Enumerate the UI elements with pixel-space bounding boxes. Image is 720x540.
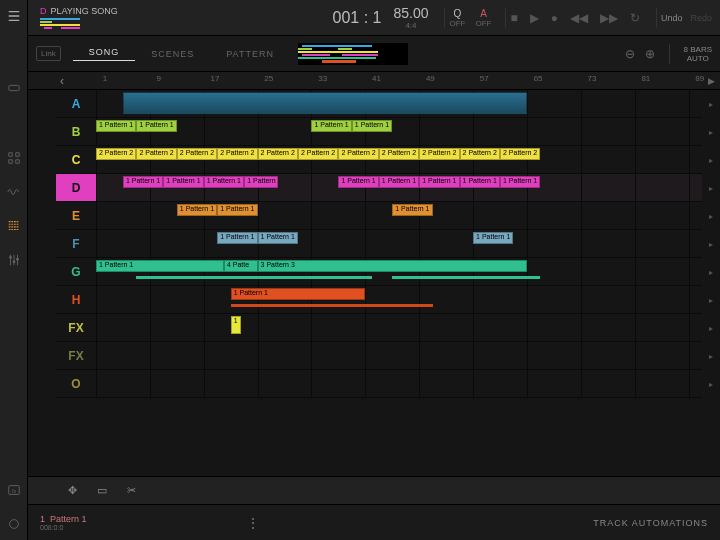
track-expand-icon[interactable]: ▸: [702, 174, 720, 202]
scissors-tool-icon[interactable]: ✂: [127, 484, 136, 497]
track-label-H[interactable]: H: [56, 286, 96, 314]
pattern-clip[interactable]: 2 Pattern 2: [177, 148, 217, 160]
tab-pattern[interactable]: PATTERN: [210, 49, 290, 59]
tempo[interactable]: 85.00 4:4: [393, 5, 428, 30]
pattern-clip[interactable]: 1 Pattern 1: [204, 176, 244, 188]
pattern-clip[interactable]: 1 Pattern 1: [258, 232, 298, 244]
pattern-clip[interactable]: 2 Pattern 2: [217, 148, 257, 160]
zoom-in-icon[interactable]: ⊕: [645, 47, 655, 61]
track-expand-icon[interactable]: ▸: [702, 370, 720, 398]
pattern-clip[interactable]: 1 Pattern 1: [392, 204, 432, 216]
track-row[interactable]: 1 Pattern 11 Pattern 11 Pattern 1: [96, 202, 702, 230]
sliders-icon[interactable]: [6, 252, 22, 268]
pattern-clip[interactable]: 1 Pattern 1: [338, 176, 378, 188]
pattern-clip[interactable]: 1 Pattern 1: [352, 120, 392, 132]
loop-button[interactable]: ↻: [630, 11, 640, 25]
track-automations-button[interactable]: TRACK AUTOMATIONS: [593, 518, 708, 528]
stop-button[interactable]: ■: [510, 11, 517, 25]
pattern-clip[interactable]: 1 Pattern 1: [163, 176, 203, 188]
scroll-left-button[interactable]: ‹: [28, 72, 96, 89]
track-row[interactable]: 2 Pattern 22 Pattern 22 Pattern 22 Patte…: [96, 146, 702, 174]
pattern-clip[interactable]: 1 Pattern 1: [419, 176, 459, 188]
track-row[interactable]: 1: [96, 314, 702, 342]
track-label-FX[interactable]: FX: [56, 342, 96, 370]
rewind-button[interactable]: ◀◀: [570, 11, 588, 25]
track-label-D[interactable]: D: [56, 174, 96, 202]
track-row[interactable]: 1 Pattern 11 Pattern 11 Pattern 1: [96, 230, 702, 258]
track-label-O[interactable]: O: [56, 370, 96, 398]
pattern-clip[interactable]: 2 Pattern 2: [338, 148, 378, 160]
marquee-tool-icon[interactable]: ▭: [97, 484, 107, 497]
track-expand-icon[interactable]: ▸: [702, 118, 720, 146]
pattern-clip[interactable]: 1 Pattern 1: [217, 204, 257, 216]
track-label-C[interactable]: C: [56, 146, 96, 174]
pattern-clip[interactable]: 1 Pattern 1: [500, 176, 540, 188]
pattern-clip[interactable]: 2 Pattern 2: [419, 148, 459, 160]
redo-button[interactable]: Redo: [690, 13, 712, 23]
pattern-clip[interactable]: 3 Pattern 3: [258, 260, 527, 272]
track-expand-icon[interactable]: ▸: [702, 342, 720, 370]
zoom-out-icon[interactable]: ⊖: [625, 47, 635, 61]
fx-icon[interactable]: fx: [6, 482, 22, 498]
track-expand-icon[interactable]: ▸: [702, 90, 720, 118]
track-row[interactable]: [96, 370, 702, 398]
track-row[interactable]: 1 Pattern 14 Patte3 Pattern 3: [96, 258, 702, 286]
track-expand-icon[interactable]: ▸: [702, 286, 720, 314]
pattern-clip[interactable]: [123, 92, 527, 114]
track-label-FX[interactable]: FX: [56, 314, 96, 342]
pattern-clip[interactable]: 2 Pattern 2: [258, 148, 298, 160]
undo-button[interactable]: Undo: [661, 13, 683, 23]
track-expand-icon[interactable]: ▸: [702, 146, 720, 174]
pattern-clip[interactable]: 1: [231, 316, 241, 334]
waveform-icon[interactable]: [6, 184, 22, 200]
pattern-clip[interactable]: 1 Pattern 1: [244, 176, 278, 188]
track-expand-icon[interactable]: ▸: [702, 314, 720, 342]
arp-toggle[interactable]: A OFF: [475, 8, 491, 28]
pattern-clip[interactable]: 1 Pattern 1: [123, 176, 163, 188]
play-from-button[interactable]: ▶: [702, 72, 720, 89]
tab-song[interactable]: SONG: [73, 47, 136, 61]
track-expand-icon[interactable]: ▸: [702, 230, 720, 258]
pattern-clip[interactable]: 1 Pattern 1: [460, 176, 500, 188]
timeline-ruler[interactable]: 1917253341495765738189: [96, 72, 702, 89]
track-expand-icon[interactable]: ▸: [702, 258, 720, 286]
link-toggle[interactable]: Link: [36, 46, 61, 61]
pattern-clip[interactable]: 2 Pattern 2: [96, 148, 136, 160]
pattern-clip[interactable]: 2 Pattern 2: [136, 148, 176, 160]
bars-display[interactable]: 8 BARS AUTO: [684, 45, 712, 63]
select-tool-icon[interactable]: ✥: [68, 484, 77, 497]
forward-button[interactable]: ▶▶: [600, 11, 618, 25]
pattern-clip[interactable]: 1 Pattern 1: [311, 120, 351, 132]
track-row[interactable]: 1 Pattern 1: [96, 286, 702, 314]
track-label-E[interactable]: E: [56, 202, 96, 230]
track-row[interactable]: 1 Pattern 11 Pattern 11 Pattern 11 Patte…: [96, 118, 702, 146]
menu-icon[interactable]: [6, 8, 22, 24]
grid-icon[interactable]: [6, 150, 22, 166]
pattern-clip[interactable]: 1 Pattern 1: [231, 288, 366, 300]
track-label-B[interactable]: B: [56, 118, 96, 146]
mixer-icon[interactable]: [6, 218, 22, 234]
pattern-clip[interactable]: 2 Pattern 2: [298, 148, 338, 160]
automation-lane[interactable]: [136, 276, 372, 279]
automation-lane[interactable]: [392, 276, 540, 279]
record-icon[interactable]: [6, 516, 22, 532]
more-menu-icon[interactable]: ⋮: [247, 516, 259, 530]
pattern-clip[interactable]: 1 Pattern 1: [96, 260, 224, 272]
track-label-G[interactable]: G: [56, 258, 96, 286]
track-label-F[interactable]: F: [56, 230, 96, 258]
pattern-clip[interactable]: 1 Pattern 1: [217, 232, 257, 244]
track-row[interactable]: 1 Pattern 11 Pattern 11 Pattern 11 Patte…: [96, 174, 702, 202]
pattern-clip[interactable]: 2 Pattern 2: [379, 148, 419, 160]
pattern-clip[interactable]: 2 Pattern 2: [500, 148, 540, 160]
pattern-clip[interactable]: 4 Patte: [224, 260, 258, 272]
link-icon[interactable]: [6, 80, 22, 96]
song-position[interactable]: 001 : 1: [332, 9, 381, 27]
pattern-clip[interactable]: 1 Pattern 1: [379, 176, 419, 188]
track-row[interactable]: [96, 90, 702, 118]
pattern-clip[interactable]: 2 Pattern 2: [460, 148, 500, 160]
track-grid[interactable]: 1 Pattern 11 Pattern 11 Pattern 11 Patte…: [96, 90, 702, 476]
track-expand-icon[interactable]: ▸: [702, 202, 720, 230]
track-row[interactable]: [96, 342, 702, 370]
pattern-clip[interactable]: 1 Pattern 1: [136, 120, 176, 132]
song-overview[interactable]: [298, 43, 408, 65]
